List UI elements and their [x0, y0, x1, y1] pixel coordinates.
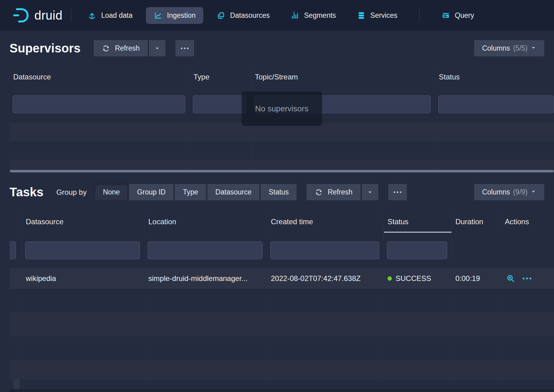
horizontal-scrollbar[interactable] — [10, 170, 554, 173]
supervisors-section: Supervisors Refresh — [0, 31, 554, 173]
page-title-tasks: Tasks — [10, 185, 43, 199]
task-more-icon[interactable] — [523, 278, 531, 279]
refresh-caret-button[interactable] — [149, 40, 166, 57]
supervisors-more-button[interactable] — [175, 40, 194, 57]
table-row — [10, 379, 554, 389]
scrollbar-thumb[interactable] — [10, 170, 554, 172]
column-header-location[interactable]: Location — [145, 212, 267, 233]
supervisors-columns-button[interactable]: Columns (5/5) — [474, 40, 544, 57]
partial-filter-input[interactable] — [10, 241, 16, 259]
group-by-option-label: Type — [183, 188, 198, 196]
refresh-caret-button[interactable] — [361, 184, 379, 201]
tasks-section: Tasks Group by None Group ID Type Dataso… — [0, 173, 554, 392]
group-by-option-label: Status — [269, 188, 289, 196]
more-icon — [181, 48, 189, 49]
nav-item-datasources[interactable]: Datasources — [209, 7, 277, 24]
nav-item-label: Load data — [101, 11, 132, 20]
supervisors-table-header: Datasource Type Topic/Stream Status — [10, 67, 554, 88]
task-row[interactable]: wikipedia simple-druid-middlemanager... … — [10, 269, 554, 288]
nav-item-label: Segments — [304, 11, 336, 20]
columns-label: Columns — [482, 188, 510, 196]
caret-down-icon — [531, 188, 536, 196]
tasks-horizontal-scrollbar-track[interactable] — [10, 389, 554, 392]
supervisors-filter-type[interactable] — [193, 95, 247, 113]
column-header-datasource[interactable]: Datasource — [10, 67, 190, 88]
tasks-filter-datasource[interactable] — [25, 241, 140, 259]
tasks-columns-button[interactable]: Columns (9/9) — [474, 184, 544, 201]
refresh-button[interactable]: Refresh — [306, 184, 361, 201]
nav-item-query[interactable]: Query — [434, 7, 482, 24]
tasks-header: Tasks Group by None Group ID Type Dataso… — [0, 173, 554, 212]
group-by-datasource-button[interactable]: Datasource — [207, 184, 260, 201]
navbar: druid Load data Ingestion — [0, 0, 554, 31]
more-icon — [394, 191, 401, 193]
supervisors-header: Supervisors Refresh — [0, 31, 554, 67]
nav-item-ingestion[interactable]: Ingestion — [146, 7, 203, 24]
task-created-time-cell: 2022-08-02T07:42:47.638Z — [267, 269, 384, 288]
nav-item-label: Services — [370, 11, 397, 20]
group-by-type-button[interactable]: Type — [174, 184, 206, 201]
refresh-button[interactable]: Refresh — [93, 40, 148, 57]
status-dot — [388, 276, 392, 281]
layers-icon — [217, 11, 225, 20]
columns-count: (5/5) — [513, 44, 528, 52]
column-header-spacer — [10, 212, 22, 233]
table-row — [10, 312, 554, 336]
nav-item-services[interactable]: Services — [349, 7, 405, 24]
upload-icon — [88, 11, 96, 20]
tasks-more-button[interactable] — [388, 184, 407, 201]
nav-items: Load data Ingestion Datasources — [80, 7, 482, 24]
chart-icon — [154, 11, 162, 20]
partial-cell — [13, 379, 20, 389]
table-row — [10, 336, 554, 360]
columns-count: (9/9) — [513, 188, 528, 196]
brand-text: druid — [34, 9, 62, 22]
nav-item-label: Ingestion — [167, 11, 196, 20]
group-by-group-id-button[interactable]: Group ID — [129, 184, 174, 201]
column-header-status[interactable]: Status — [384, 212, 452, 233]
group-by-status-button[interactable]: Status — [260, 184, 297, 201]
nav-divider — [71, 9, 71, 22]
magnify-icon[interactable] — [506, 274, 515, 283]
group-by-option-label: None — [103, 188, 120, 196]
task-actions-cell — [501, 269, 554, 288]
column-header-datasource[interactable]: Datasource — [22, 212, 145, 233]
column-header-created-time[interactable]: Created time — [267, 212, 384, 233]
group-by-option-label: Datasource — [215, 188, 252, 196]
caret-down-icon — [154, 46, 160, 51]
table-row — [10, 288, 554, 312]
refresh-icon — [314, 188, 323, 197]
column-header-actions[interactable]: Actions — [501, 212, 554, 233]
column-header-duration[interactable]: Duration — [452, 212, 501, 233]
group-by-none-button[interactable]: None — [95, 184, 128, 201]
bar-chart-icon — [291, 11, 299, 20]
caret-down-icon — [531, 44, 536, 52]
task-location-cell: simple-druid-middlemanager... — [145, 269, 267, 288]
brand[interactable]: druid — [12, 7, 62, 24]
tasks-filter-status[interactable] — [387, 241, 447, 259]
supervisors-filter-datasource[interactable] — [13, 95, 185, 113]
column-header-status[interactable]: Status — [435, 67, 554, 88]
table-row — [10, 360, 554, 379]
task-datasource-cell: wikipedia — [22, 269, 145, 288]
refresh-label: Refresh — [115, 44, 140, 52]
druid-logo-icon — [12, 7, 29, 24]
supervisors-filter-status[interactable] — [438, 95, 554, 113]
group-by-segmented-control: None Group ID Type Datasource Status — [95, 184, 297, 201]
column-header-topic-stream[interactable]: Topic/Stream — [251, 67, 435, 88]
refresh-label: Refresh — [328, 188, 353, 196]
tasks-filter-location[interactable] — [148, 241, 263, 259]
columns-label: Columns — [482, 44, 510, 52]
tasks-table: Datasource Location Created time Status … — [10, 212, 554, 392]
tasks-filter-created-time[interactable] — [270, 241, 379, 259]
task-status-cell: SUCCESS — [384, 269, 452, 288]
group-by-option-label: Group ID — [137, 188, 166, 196]
nav-item-load-data[interactable]: Load data — [80, 7, 140, 24]
table-row — [10, 141, 554, 160]
supervisors-refresh-split-button: Refresh — [93, 40, 166, 57]
status-label: SUCCESS — [396, 274, 431, 283]
nav-item-label: Query — [455, 11, 474, 20]
nav-item-segments[interactable]: Segments — [283, 7, 344, 24]
column-header-type[interactable]: Type — [190, 67, 251, 88]
supervisors-table: Datasource Type Topic/Stream Status — [10, 67, 554, 170]
